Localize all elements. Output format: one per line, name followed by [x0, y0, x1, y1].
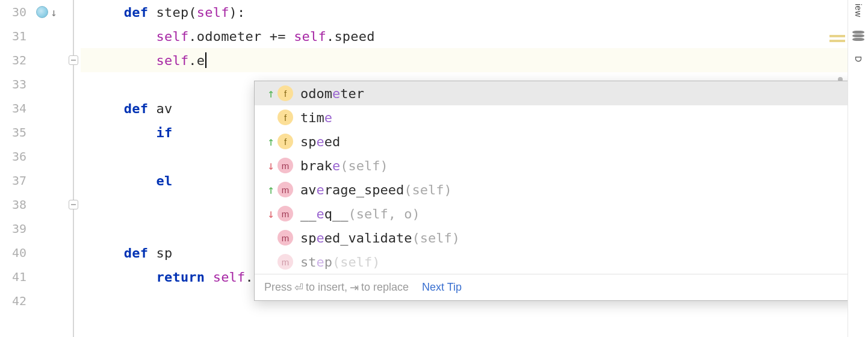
line-number: 40 [0, 246, 29, 260]
completion-name: speed_validate [300, 230, 412, 246]
completion-item[interactable]: ↑fspeedCar [255, 129, 868, 153]
completion-item[interactable]: ↑maverage_speed(self)Car [255, 178, 868, 202]
sort-up-icon: ↑ [264, 134, 277, 149]
gutter-row[interactable]: 34 [0, 96, 81, 120]
gutter-row[interactable]: 32 [0, 48, 81, 72]
fold-marker-icon[interactable] [69, 200, 78, 209]
line-number: 35 [0, 125, 29, 140]
line-number: 41 [0, 270, 29, 284]
field-badge-icon: f [277, 110, 293, 125]
gutter-row[interactable]: 41 [0, 265, 81, 289]
gutter-row[interactable]: 36 [0, 144, 81, 168]
line-number: 42 [0, 294, 29, 308]
method-badge-icon: m [277, 206, 293, 221]
completion-args: (self) [404, 182, 451, 197]
completion-name: __eq__ [300, 206, 349, 221]
line-number: 39 [0, 221, 29, 236]
code-line[interactable]: self.odometer += self.speed [81, 24, 868, 48]
completion-item[interactable]: mspeed_validate(self)Car [255, 226, 868, 250]
completion-name: step [300, 255, 332, 270]
method-badge-icon: m [277, 182, 293, 197]
tab-key-icon: ⇥ [350, 281, 359, 294]
completion-name: time [300, 110, 332, 125]
line-number: 32 [0, 53, 29, 67]
field-badge-icon: f [277, 134, 293, 149]
line-number: 33 [0, 77, 29, 91]
enter-key-icon: ⏎ [294, 281, 303, 294]
sort-down-icon: ↓ [264, 158, 277, 173]
minimap-warning-marks [829, 35, 845, 42]
code-line[interactable]: def step(self): [81, 0, 868, 24]
arrow-down-icon: ↓ [51, 6, 57, 19]
line-number: 34 [0, 101, 29, 116]
field-badge-icon: f [277, 85, 293, 101]
sort-up-icon: ↑ [264, 182, 277, 197]
code-area[interactable]: def step(self): self.odometer += self.sp… [81, 0, 868, 337]
sort-down-icon: ↓ [264, 206, 277, 221]
completion-name: average_speed [300, 182, 404, 197]
sort-up-icon: ↑ [264, 86, 277, 100]
gutter-row[interactable]: 33 [0, 72, 81, 96]
line-number: 36 [0, 149, 29, 164]
tool-window-tab[interactable]: D [854, 56, 863, 63]
gutter-row[interactable]: 40 [0, 241, 81, 265]
gutter: 30 ↓ 31 32 33 34 35 36 [0, 0, 81, 337]
completion-item[interactable]: ↓m__eq__(self, o)object [255, 202, 868, 226]
gutter-row[interactable]: 37 [0, 168, 81, 193]
completion-args: (self, o) [349, 206, 420, 221]
line-number: 30 [0, 5, 29, 19]
completion-item[interactable]: ftimeCar [255, 105, 868, 129]
right-tool-strip: iew D [848, 0, 868, 337]
line-number: 38 [0, 197, 29, 212]
function-name: step [157, 5, 189, 20]
gutter-row[interactable]: 39 [0, 217, 81, 241]
completion-args: (self) [332, 255, 380, 270]
keyword: def [124, 5, 148, 20]
gutter-row[interactable]: 35 [0, 120, 81, 144]
code-line-current[interactable]: self.e [81, 48, 868, 72]
database-icon[interactable] [852, 31, 865, 43]
autocomplete-footer: Press ⏎ to insert, ⇥ to replace Next Tip… [255, 274, 868, 300]
gutter-row[interactable]: 38 [0, 193, 81, 217]
completion-name: brake [300, 158, 340, 173]
completion-name: speed [300, 134, 340, 149]
next-tip-link[interactable]: Next Tip [422, 281, 462, 294]
code-editor: 30 ↓ 31 32 33 34 35 36 [0, 0, 868, 337]
completion-item[interactable]: ↓mbrake(self)Car [255, 153, 868, 178]
line-number: 37 [0, 173, 29, 188]
breakpoint-indicator-icon[interactable] [36, 6, 48, 18]
completion-item[interactable]: ↑fodometerCar [255, 81, 868, 105]
gutter-row[interactable]: 31 [0, 24, 81, 48]
method-badge-icon: m [277, 158, 293, 173]
footer-text: Press [264, 281, 292, 294]
autocomplete-popup: ↑fodometerCarftimeCar↑fspeedCar↓mbrake(s… [254, 81, 868, 301]
completion-args: (self) [412, 230, 459, 246]
gutter-row[interactable]: 42 [0, 289, 81, 313]
gutter-row[interactable]: 30 ↓ [0, 0, 81, 24]
method-badge-icon: m [277, 254, 293, 270]
completion-name: odometer [300, 86, 364, 101]
tool-window-tab[interactable]: iew [854, 4, 863, 17]
completion-args: (self) [340, 158, 388, 173]
completion-item[interactable]: mstep(self)Car [255, 250, 868, 274]
line-number: 31 [0, 29, 29, 43]
text-caret-icon [205, 52, 206, 68]
method-badge-icon: m [277, 230, 293, 246]
fold-marker-icon[interactable] [69, 55, 78, 65]
self-keyword: self [197, 5, 229, 20]
